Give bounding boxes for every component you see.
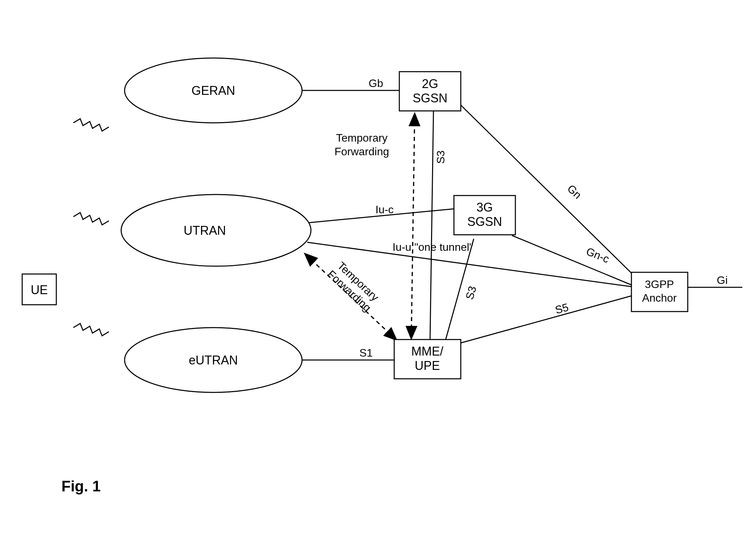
edge-s3-a [430,111,433,340]
label-iuc: Iu-c [375,203,394,216]
label-s1: S1 [359,347,373,359]
label-anchor-2: Anchor [642,292,677,304]
label-utran: UTRAN [184,224,226,237]
label-3g-sgsn-2: SGSN [467,215,502,229]
edge-gn [461,105,637,278]
network-diagram: Gb Iu-c Iu-u "one tunnel" S1 S3 S3 Gn Gn… [0,0,756,547]
label-tempfwd1a: Temporary [336,132,387,144]
label-s3-b: S3 [463,285,479,301]
radio-wave-icon [73,323,109,336]
label-2g-sgsn-2: SGSN [413,91,447,105]
edge-s5 [461,296,631,343]
label-mme-2: UPE [415,359,440,373]
radio-wave-icon [73,213,109,225]
label-geran: GERAN [191,84,235,98]
label-iuu: Iu-u "one tunnel" [393,241,473,253]
label-anchor-1: 3GPP [645,278,674,290]
label-mme-1: MME/ [411,344,443,358]
label-gi: Gi [717,274,728,286]
label-ue: UE [31,283,48,297]
label-3g-sgsn-1: 3G [476,200,493,214]
radio-wave-icon [73,119,109,131]
label-gnc: Gn-c [584,245,611,265]
label-eutran: eUTRAN [189,353,238,367]
label-gn: Gn [565,182,584,201]
label-2g-sgsn-1: 2G [422,77,438,91]
label-tempfwd1b: Forwarding [334,145,389,158]
figure-label: Fig. 1 [61,478,101,494]
edge-tempfwd-1 [411,114,415,338]
edge-gnc [512,235,631,285]
label-gb: Gb [369,77,383,89]
label-s3-a: S3 [434,150,447,164]
